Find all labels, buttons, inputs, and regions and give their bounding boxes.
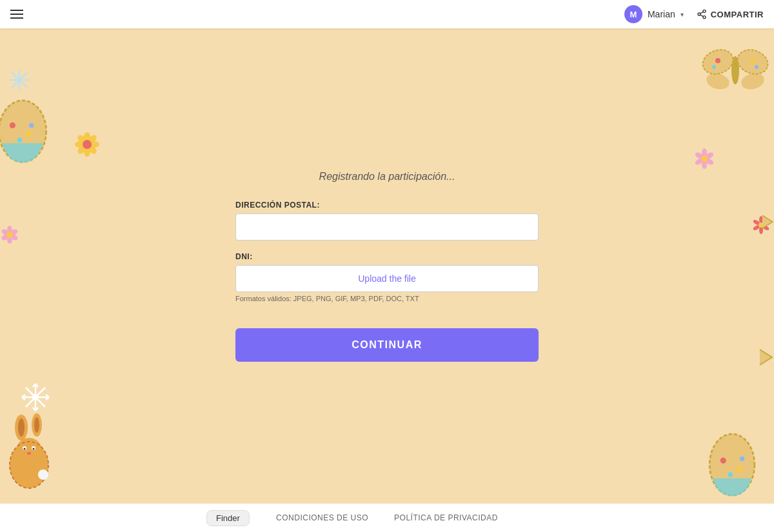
chevron-down-icon: ▾	[680, 11, 684, 18]
privacy-link[interactable]: POLÍTICA DE PRIVACIDAD	[394, 513, 498, 522]
svg-point-0	[703, 10, 706, 12]
menu-icon[interactable]	[10, 10, 23, 19]
user-initial: M	[630, 10, 637, 19]
finder-label: Finder	[216, 513, 240, 523]
postal-label: DIRECCIÓN POSTAL:	[235, 201, 539, 210]
share-button[interactable]: COMPARTIR	[697, 9, 764, 19]
share-label: COMPARTIR	[711, 10, 764, 19]
user-badge[interactable]: M Marian ▾	[624, 5, 684, 23]
upload-file-button[interactable]: Upload the file	[235, 265, 539, 292]
terms-link[interactable]: CONDICIONES DE USO	[276, 513, 368, 522]
postal-form-group: DIRECCIÓN POSTAL:	[235, 201, 539, 241]
main-content: Registrando la participación... DIRECCIÓ…	[0, 28, 774, 504]
footer: Finder CONDICIONES DE USO POLÍTICA DE PR…	[0, 504, 774, 532]
nav-right: M Marian ▾ COMPARTIR	[624, 5, 764, 23]
user-name: Marian	[648, 9, 675, 19]
postal-input[interactable]	[235, 213, 539, 241]
top-navigation: M Marian ▾ COMPARTIR	[0, 0, 774, 28]
svg-point-2	[703, 16, 706, 19]
share-icon	[697, 9, 707, 19]
svg-point-1	[698, 13, 700, 15]
upload-button-label: Upload the file	[358, 273, 416, 284]
registration-status: Registrando la participación...	[319, 171, 455, 182]
finder-button[interactable]: Finder	[206, 510, 250, 526]
nav-left	[10, 10, 23, 19]
continuar-label: CONTINUAR	[352, 339, 422, 350]
svg-line-3	[700, 15, 703, 17]
svg-line-4	[700, 12, 703, 14]
formats-text: Formatos válidos: JPEG, PNG, GIF, MP3, P…	[235, 295, 419, 302]
user-avatar: M	[624, 5, 642, 23]
dni-label: DNI:	[235, 252, 539, 261]
form-container: DIRECCIÓN POSTAL: DNI: Upload the file F…	[235, 201, 539, 362]
dni-form-group: DNI: Upload the file Formatos válidos: J…	[235, 252, 539, 304]
continuar-button[interactable]: CONTINUAR	[235, 328, 539, 362]
